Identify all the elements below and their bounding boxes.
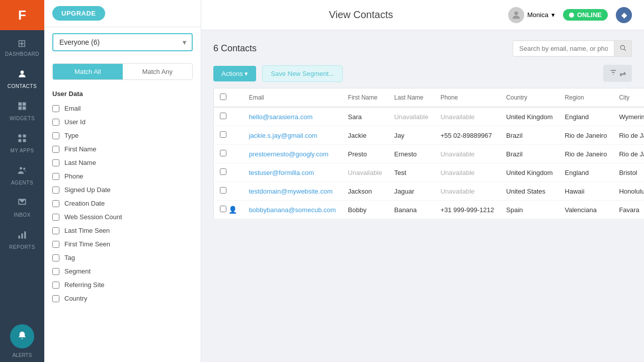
filter-checkbox-first-name[interactable] [52, 146, 59, 153]
email-link[interactable]: bobbybanana@somecub.com [249, 206, 336, 214]
row-last-name: Jaguar [388, 182, 434, 201]
dashboard-icon: ⊞ [18, 37, 27, 49]
save-segment-button[interactable]: Save New Segment... [262, 65, 343, 82]
search-input[interactable] [513, 41, 614, 56]
sidebar-item-widgets[interactable]: WIDGETS [0, 94, 44, 126]
filter-checkbox-signed-up-date[interactable] [52, 187, 59, 194]
agents-label: AGENTS [11, 180, 33, 186]
filter-label: Signed Up Date [64, 186, 111, 194]
filter-toggle-button[interactable]: ⇌ [603, 65, 632, 82]
filter-checkbox-last-name[interactable] [52, 159, 59, 166]
row-region: Rio de Janeiro [559, 145, 613, 163]
toolbar: Actions ▾ Save New Segment... ⇌ [213, 65, 632, 82]
online-status-badge[interactable]: ONLINE [563, 9, 608, 21]
match-any-button[interactable]: Match Any [123, 64, 193, 79]
table-row: prestoernesto@googly.com Presto Ernesto … [214, 145, 645, 163]
svg-rect-8 [21, 234, 23, 239]
row-email: bobbybanana@somecub.com [243, 201, 342, 219]
sidebar-item-reports[interactable]: REPORTS [0, 223, 44, 255]
filter-item-referring-site[interactable]: Referring Site [44, 278, 201, 292]
filter-checkbox-type[interactable] [52, 132, 59, 139]
col-select [214, 88, 243, 108]
svg-rect-9 [24, 231, 26, 238]
contacts-table: Email First Name Last Name Phone Country… [213, 88, 644, 219]
sidebar-item-dashboard[interactable]: ⊞ DASHBOARD [0, 30, 44, 62]
sidebar-item-inbox[interactable]: INBOX [0, 191, 44, 223]
filter-item-segment[interactable]: Segment [44, 264, 201, 278]
sidebar-item-myapps[interactable]: MY APPS [0, 126, 44, 158]
row-region: Hawaii [559, 182, 613, 201]
svg-point-5 [20, 167, 22, 169]
user-menu[interactable]: Monica ▾ [508, 7, 555, 23]
segment-dropdown[interactable]: Everyone (6) [52, 33, 193, 51]
filter-item-email[interactable]: Email [44, 102, 201, 115]
row-last-name: Banana [388, 201, 434, 219]
row-region: England [559, 163, 613, 182]
filter-item-first-name[interactable]: First Name [44, 142, 201, 156]
svg-line-12 [624, 49, 626, 51]
row-checkbox-1[interactable] [220, 131, 226, 138]
row-checkbox-0[interactable] [220, 113, 226, 119]
row-checkbox-4[interactable] [220, 187, 226, 194]
filter-checkbox-tag[interactable] [52, 254, 59, 261]
filter-item-signed-up-date[interactable]: Signed Up Date [44, 183, 201, 197]
svg-rect-4 [23, 139, 26, 142]
search-button[interactable] [614, 41, 631, 56]
filter-item-user-id[interactable]: User Id [44, 115, 201, 129]
email-link[interactable]: testdomain@mywebsite.com [249, 188, 333, 195]
email-link[interactable]: jackie.s.jay@gmail.com [249, 132, 317, 139]
filter-item-last-time-seen[interactable]: Last Time Seen [44, 224, 201, 237]
svg-rect-1 [19, 135, 22, 138]
sidebar-item-contacts[interactable]: CONTACTS [0, 62, 44, 94]
filter-checkbox-web-session-count[interactable] [52, 214, 59, 221]
row-phone: Unavailable [434, 145, 500, 163]
row-country: United Kingdom [500, 107, 559, 126]
filter-checkbox-phone[interactable] [52, 173, 59, 180]
email-link[interactable]: prestoernesto@googly.com [249, 150, 329, 158]
filter-label: Type [64, 132, 78, 139]
filter-checkbox-country[interactable] [52, 295, 59, 302]
filter-checkbox-creation-date[interactable] [52, 200, 59, 207]
filter-item-tag[interactable]: Tag [44, 251, 201, 264]
svg-point-10 [514, 11, 518, 15]
filter-checkbox-segment[interactable] [52, 268, 59, 275]
avatar [508, 7, 524, 23]
filter-checkbox-first-time-seen[interactable] [52, 241, 59, 248]
row-checkbox-cell [214, 145, 243, 163]
row-checkbox-cell [214, 126, 243, 145]
row-country: Spain [500, 201, 559, 219]
help-icon[interactable]: ◆ [616, 7, 632, 23]
filter-label: Tag [64, 254, 75, 261]
filter-checkbox-referring-site[interactable] [52, 282, 59, 289]
filter-item-first-time-seen[interactable]: First Time Seen [44, 237, 201, 251]
filter-item-last-name[interactable]: Last Name [44, 156, 201, 169]
filter-checkbox-user-id[interactable] [52, 119, 59, 126]
filter-item-creation-date[interactable]: Creation Date [44, 197, 201, 210]
filter-item-country[interactable]: Country [44, 292, 201, 305]
sidebar-item-agents[interactable]: AGENTS [0, 158, 44, 191]
app-logo[interactable]: F [0, 0, 44, 30]
table-row: testdomain@mywebsite.com Jackson Jaguar … [214, 182, 645, 201]
filter-item-type[interactable]: Type [44, 129, 201, 142]
select-all-checkbox[interactable] [220, 94, 226, 100]
svg-point-11 [620, 45, 624, 49]
row-checkbox-5[interactable] [220, 206, 226, 212]
user-data-section-title: User Data [44, 86, 201, 102]
match-all-button[interactable]: Match All [53, 64, 123, 79]
upgrade-button[interactable]: UPGRADE [52, 6, 105, 21]
row-checkbox-3[interactable] [220, 168, 226, 175]
row-email: testuser@formilla.com [243, 163, 342, 182]
sidebar-item-alerts[interactable] [10, 324, 34, 348]
filter-item-phone[interactable]: Phone [44, 169, 201, 183]
filter-item-web-session-count[interactable]: Web Session Count [44, 210, 201, 224]
email-link[interactable]: testuser@formilla.com [249, 169, 314, 176]
email-link[interactable]: hello@sarasierra.com [249, 113, 313, 121]
content-header: 6 Contacts [213, 40, 632, 57]
filter-checkbox-email[interactable] [52, 105, 59, 112]
contacts-icon [17, 69, 27, 81]
widgets-label: WIDGETS [10, 116, 35, 121]
row-checkbox-2[interactable] [220, 150, 226, 156]
actions-button[interactable]: Actions ▾ [213, 66, 256, 81]
filter-checkbox-last-time-seen[interactable] [52, 227, 59, 234]
svg-rect-3 [19, 139, 22, 142]
